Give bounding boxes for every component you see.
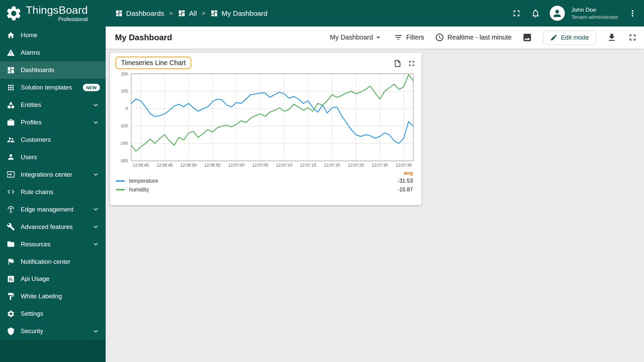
chart-legend: avg temperature -31.53 humidity -15.87 [110,170,421,197]
sidebar-item-edge-management[interactable]: Edge management [0,201,106,218]
legend-row-humidity[interactable]: humidity -15.87 [116,185,413,194]
sidebar: ThingsBoard Professional Home Alarms Das… [0,0,106,362]
sidebar-item-customers[interactable]: Customers [0,131,106,148]
sidebar-item-profiles[interactable]: Profiles [0,114,106,131]
sidebar-item-label: Dashboards [21,66,54,74]
sidebar-item-resources[interactable]: Resources [0,236,106,253]
series-name: humidity [129,186,149,193]
filters-button[interactable]: Filters [394,33,424,42]
clock-icon [435,33,444,42]
sidebar-item-alarms[interactable]: Alarms [0,44,106,61]
export-widget-icon[interactable] [393,59,402,68]
brand-name: ThingsBoard [26,5,88,15]
widget-title: Timeseries Line Chart [121,59,186,66]
legend-row-temperature[interactable]: temperature -31.53 [116,177,413,185]
widget-actions [393,57,416,67]
dashboard-select-value: My Dashboard [330,34,373,41]
svg-text:12:07:20: 12:07:20 [324,163,340,168]
breadcrumb-separator: > [169,10,173,17]
avatar[interactable] [550,6,565,21]
brand[interactable]: ThingsBoard Professional [0,0,106,26]
svg-text:12:06:50: 12:06:50 [180,163,197,168]
sidebar-item-users[interactable]: Users [0,148,106,166]
sidebar-item-label: Alarms [21,49,40,56]
sidebar-item-home[interactable]: Home [0,26,106,44]
chart-box-icon [7,275,15,283]
integrations-icon [7,170,15,179]
sidebar-item-integrations-center[interactable]: Integrations center [0,166,106,183]
warning-icon [7,49,15,57]
expand-widget-icon[interactable] [408,59,416,68]
fullscreen-icon[interactable] [512,8,522,18]
more-vert-icon[interactable] [628,8,638,18]
widget-header: Timeseries Line Chart [110,53,421,70]
svg-text:-100: -100 [119,124,128,128]
wrench-icon [7,223,15,231]
legend-header: avg [116,170,413,177]
breadcrumb-dashboards[interactable]: Dashboards [115,9,164,17]
pencil-icon [550,34,557,41]
sidebar-item-dashboards[interactable]: Dashboards [0,61,106,79]
sidebar-item-settings[interactable]: Settings [0,305,106,322]
top-header: Dashboards > All > My Dashboard John Doe… [106,0,644,26]
series-name: temperature [129,178,158,184]
fullscreen-icon[interactable] [628,33,638,43]
sidebar-item-label: Notification center [21,258,70,265]
breadcrumb-all[interactable]: All [178,9,197,17]
edit-mode-button[interactable]: Edit mode [543,30,596,45]
chevron-down-icon [92,205,100,214]
breadcrumb-label: My Dashboard [222,9,268,17]
widget-title-highlight: Timeseries Line Chart [115,57,191,69]
person-icon [552,8,562,19]
sidebar-item-white-labeling[interactable]: White Labeling [0,288,106,305]
timewindow-button[interactable]: Realtime - last minute [435,33,512,42]
entities-icon [7,101,15,109]
sidebar-item-notification-center[interactable]: Notification center [0,253,106,270]
sidebar-item-label: Security [21,327,43,335]
sidebar-footer [0,340,106,362]
sidebar-item-entities[interactable]: Entities [0,96,106,114]
code-icon [7,188,15,196]
series-avg-value: -31.53 [397,178,413,184]
svg-text:12:07:05: 12:07:05 [252,163,268,168]
sidebar-item-label: White Labeling [21,293,62,300]
sidebar-item-label: Solution templates [21,84,72,91]
svg-text:200: 200 [121,72,128,76]
sidebar-item-security[interactable]: Security [0,322,106,340]
dashboards-icon [7,66,15,74]
breadcrumb-label: Dashboards [126,9,164,17]
sidebar-item-label: Profiles [21,119,42,126]
sidebar-item-solution-templates[interactable]: Solution templates NEW [0,79,106,96]
timeseries-line-chart: 2001000-100-200-30012:06:4012:06:4512:06… [115,72,416,170]
svg-text:-300: -300 [119,159,128,163]
sidebar-item-rule-chains[interactable]: Rule chains [0,183,106,201]
user-role: Tenant administrator [571,14,618,20]
people-icon [7,136,15,144]
sidebar-item-advanced-features[interactable]: Advanced features [0,218,106,236]
dashboard-icon [210,9,218,17]
chevron-down-icon [92,101,100,109]
sidebar-item-api-usage[interactable]: Api Usage [0,270,106,288]
download-icon[interactable] [607,33,617,43]
avg-column-header: avg [404,170,413,176]
filters-label: Filters [406,34,424,41]
svg-text:-200: -200 [119,141,128,146]
user-info[interactable]: John Doe Tenant administrator [571,6,618,20]
flag-icon [7,257,15,266]
apps-grid-icon [7,83,15,92]
series-avg-value: -15.87 [397,186,413,193]
svg-text:12:07:25: 12:07:25 [348,163,364,168]
svg-text:12:07:35: 12:07:35 [395,163,412,168]
notifications-bell-icon[interactable] [531,8,541,18]
antenna-icon [7,205,15,214]
sidebar-item-label: Entities [21,101,41,109]
image-gallery-icon[interactable] [522,33,532,43]
gear-icon [7,310,15,318]
chevron-down-icon [92,223,100,231]
chevron-down-icon [92,118,100,127]
dashboard-select[interactable]: My Dashboard [330,33,383,42]
timewindow-label: Realtime - last minute [447,34,512,41]
svg-text:12:06:40: 12:06:40 [132,163,149,168]
dropdown-arrow-icon [374,33,383,42]
user-icon [7,153,15,161]
